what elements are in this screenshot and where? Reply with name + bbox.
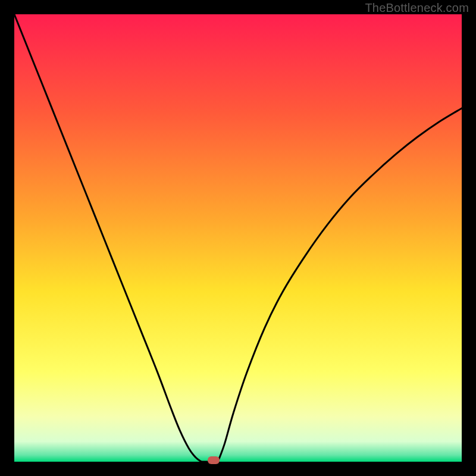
watermark-text: TheBottleneck.com <box>365 1 469 15</box>
chart-background <box>14 14 462 462</box>
optimal-marker <box>208 456 220 464</box>
chart-frame: TheBottleneck.com <box>0 0 476 476</box>
bottleneck-chart <box>14 14 462 462</box>
